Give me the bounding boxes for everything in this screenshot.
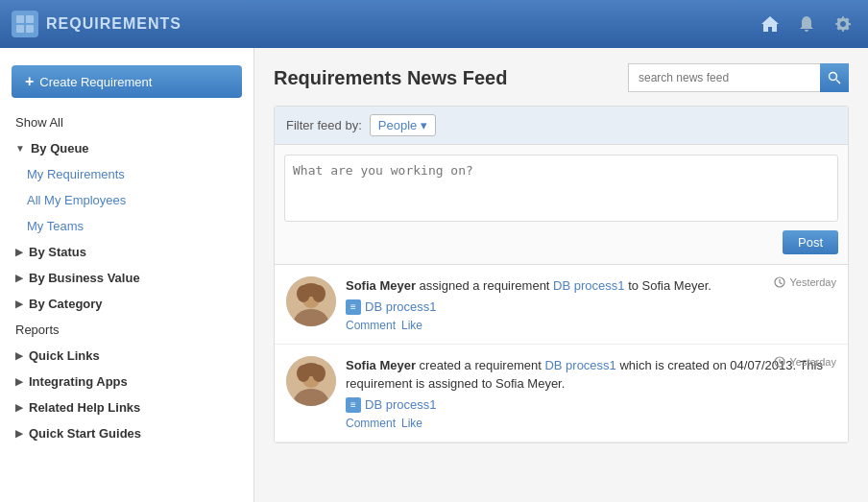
req-link-2[interactable]: DB process1	[365, 397, 436, 412]
chevron-right-icon-6: ▶	[15, 402, 23, 413]
feed-username: Sofia Meyer	[346, 278, 416, 293]
req-link-1[interactable]: DB process1	[365, 299, 436, 314]
svg-line-5	[836, 80, 840, 84]
header-left: REQUIREMENTS	[12, 11, 181, 37]
like-link-1[interactable]: Like	[401, 319, 422, 332]
comment-link-1[interactable]: Comment	[346, 319, 396, 332]
by-category-label: By Category	[29, 297, 103, 311]
svg-line-23	[780, 362, 783, 364]
main-header: Requirements News Feed	[274, 63, 849, 92]
timestamp-1: Yesterday	[774, 276, 836, 288]
sidebar-quick-links[interactable]: ▶ Quick Links	[0, 343, 253, 369]
feed-text-2: Sofia Meyer created a requirement DB pro…	[346, 356, 836, 394]
like-link-2[interactable]: Like	[401, 417, 422, 430]
all-my-employees-label: All My Employees	[27, 193, 126, 207]
sidebar-by-business-value[interactable]: ▶ By Business Value	[0, 265, 253, 291]
req-icon-2: ≡	[346, 397, 361, 413]
sidebar-item-all-my-employees[interactable]: All My Employees	[0, 187, 253, 213]
search-button[interactable]	[820, 63, 849, 92]
svg-rect-2	[16, 25, 24, 33]
my-requirements-label: My Requirements	[27, 167, 125, 181]
feed-link-2[interactable]: DB process1	[544, 358, 615, 372]
svg-point-4	[830, 73, 837, 81]
chevron-right-icon-4: ▶	[15, 350, 23, 361]
comment-link-2[interactable]: Comment	[346, 417, 396, 430]
create-requirement-button[interactable]: + Create Requirement	[12, 65, 242, 98]
svg-rect-1	[26, 15, 34, 23]
quick-start-guides-label: Quick Start Guides	[29, 426, 141, 441]
chevron-right-icon-7: ▶	[15, 428, 23, 439]
my-teams-label: My Teams	[27, 219, 84, 233]
search-bar	[628, 63, 849, 92]
feed-content-2: Sofia Meyer created a requirement DB pro…	[346, 356, 836, 430]
svg-point-11	[301, 283, 322, 297]
search-input[interactable]	[628, 63, 820, 92]
header-icons	[757, 11, 856, 37]
chevron-right-icon-2: ▶	[15, 273, 23, 283]
main-content: Requirements News Feed Filter feed by: P…	[254, 48, 868, 502]
create-button-label: Create Requirement	[39, 75, 152, 89]
sidebar-related-help-links[interactable]: ▶ Related Help Links	[0, 394, 253, 420]
integrating-apps-label: Integrating Apps	[29, 374, 128, 389]
sidebar-item-reports[interactable]: Reports	[0, 317, 253, 343]
by-status-label: By Status	[29, 245, 86, 259]
svg-point-20	[301, 363, 322, 376]
svg-line-14	[780, 283, 783, 285]
svg-rect-3	[26, 25, 34, 33]
gear-icon[interactable]	[830, 11, 856, 37]
sidebar: + Create Requirement Show All ▼ By Queue…	[0, 48, 254, 502]
timestamp-label-1: Yesterday	[789, 276, 836, 288]
feed-action: assigned a requirement	[420, 278, 553, 293]
post-area: Post	[275, 145, 848, 265]
feed-suffix: to Sofia Meyer.	[628, 278, 711, 293]
chevron-right-icon-5: ▶	[15, 376, 23, 387]
plus-icon: +	[25, 73, 34, 90]
sidebar-by-queue[interactable]: ▼ By Queue	[0, 135, 253, 161]
sidebar-item-show-all[interactable]: Show All	[0, 109, 253, 135]
chevron-down-icon: ▼	[15, 143, 25, 154]
page-title: Requirements News Feed	[274, 67, 507, 89]
by-queue-label: By Queue	[31, 141, 89, 155]
avatar	[286, 276, 336, 326]
app-header: REQUIREMENTS	[0, 0, 868, 48]
sidebar-integrating-apps[interactable]: ▶ Integrating Apps	[0, 369, 253, 394]
timestamp-label-2: Yesterday	[789, 356, 836, 368]
sidebar-by-category[interactable]: ▶ By Category	[0, 291, 253, 317]
feed-item: Sofia Meyer assigned a requirement DB pr…	[275, 265, 848, 345]
sidebar-item-my-requirements[interactable]: My Requirements	[0, 161, 253, 187]
chevron-right-icon-3: ▶	[15, 299, 23, 309]
feed-username-2: Sofia Meyer	[346, 358, 416, 372]
by-business-value-label: By Business Value	[29, 271, 140, 285]
timestamp-2: Yesterday	[774, 356, 836, 368]
filter-bar: Filter feed by: People ▾	[275, 107, 848, 145]
app-logo	[12, 11, 38, 37]
dropdown-arrow-icon: ▾	[421, 118, 427, 132]
post-button[interactable]: Post	[783, 230, 838, 254]
filter-value: People	[378, 118, 417, 132]
chevron-right-icon: ▶	[15, 247, 23, 257]
reports-label: Reports	[15, 323, 60, 337]
app-title: REQUIREMENTS	[46, 15, 181, 33]
filter-dropdown[interactable]: People ▾	[370, 114, 436, 136]
related-help-links-label: Related Help Links	[29, 400, 140, 415]
post-textarea[interactable]	[284, 155, 838, 222]
req-ref: ≡ DB process1	[346, 299, 836, 315]
home-icon[interactable]	[757, 11, 784, 37]
sidebar-quick-start-guides[interactable]: ▶ Quick Start Guides	[0, 420, 253, 446]
avatar-2	[286, 356, 336, 406]
feed-actions-2: Comment Like	[346, 417, 836, 430]
req-icon: ≡	[346, 299, 361, 315]
feed-item-2: Sofia Meyer created a requirement DB pro…	[275, 345, 848, 442]
feed-action-2: created a requirement	[420, 358, 545, 372]
req-ref-2: ≡ DB process1	[346, 397, 836, 413]
feed-link-1[interactable]: DB process1	[553, 278, 624, 293]
show-all-label: Show All	[15, 115, 63, 130]
sidebar-item-my-teams[interactable]: My Teams	[0, 213, 253, 239]
feed-container: Filter feed by: People ▾ Post	[274, 106, 849, 443]
feed-text: Sofia Meyer assigned a requirement DB pr…	[346, 276, 836, 296]
feed-content: Sofia Meyer assigned a requirement DB pr…	[346, 276, 836, 332]
main-layout: + Create Requirement Show All ▼ By Queue…	[0, 48, 868, 502]
bell-icon[interactable]	[793, 11, 820, 37]
sidebar-by-status[interactable]: ▶ By Status	[0, 239, 253, 265]
filter-label: Filter feed by:	[286, 118, 362, 132]
